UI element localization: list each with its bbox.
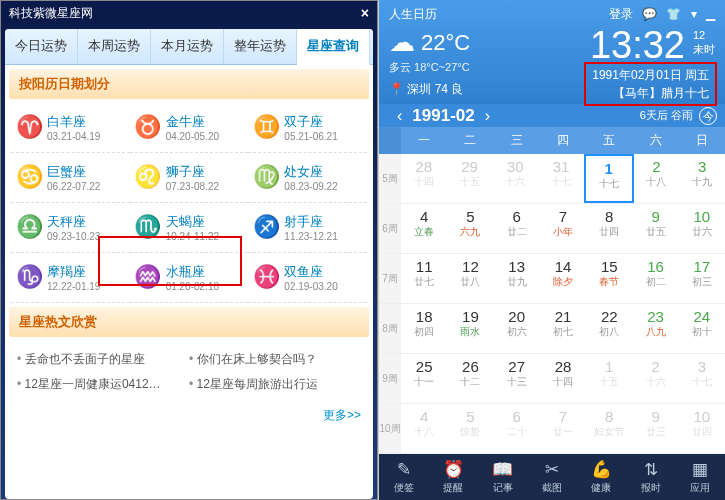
shirt-icon[interactable]: 👕 (666, 7, 681, 21)
calendar-day[interactable]: 13廿九 (494, 254, 540, 303)
zodiac-icon: ♊ (252, 114, 280, 142)
calendar-day[interactable]: 10廿六 (679, 204, 725, 253)
calendar-day[interactable]: 10廿四 (679, 404, 725, 453)
toolbar-截图[interactable]: ✂截图 (527, 454, 576, 500)
more-link[interactable]: 更多>> (5, 403, 373, 428)
calendar-day[interactable]: 4立春 (401, 204, 447, 253)
zodiac-11[interactable]: ♓双鱼座02.19-03.20 (248, 253, 367, 303)
zodiac-10[interactable]: ♒水瓶座01.20-02.18 (130, 253, 249, 303)
zodiac-1[interactable]: ♉金牛座04.20-05.20 (130, 103, 249, 153)
zodiac-4[interactable]: ♌狮子座07.23-08.22 (130, 153, 249, 203)
weather-icon: ☁ (389, 27, 415, 58)
calendar-day[interactable]: 28十四 (401, 154, 447, 203)
calendar-day[interactable]: 15春节 (586, 254, 632, 303)
calendar-day[interactable]: 20初六 (494, 304, 540, 353)
calendar-day[interactable]: 11廿七 (401, 254, 447, 303)
week-label: 5周 (379, 154, 401, 203)
minimize-icon[interactable]: ▁ (706, 7, 715, 21)
menu-icon[interactable]: ▾ (691, 7, 697, 21)
article-list: 丢命也不丢面子的星座你们在床上够契合吗？12星座一周健康运0412…12星座每周… (5, 341, 373, 403)
calendar-panel: 人生日历 登录 💬 👕 ▾ ▁ ☁ 22°C 多云 18°C~27°C 📍 深圳… (378, 0, 725, 500)
calendar-day[interactable]: 3十七 (679, 354, 725, 403)
zodiac-2[interactable]: ♊双子座05.21-06.21 (248, 103, 367, 153)
week-label: 10周 (379, 404, 401, 453)
tab-1[interactable]: 本周运势 (78, 29, 151, 64)
calendar-day[interactable]: 14除夕 (540, 254, 586, 303)
calendar-day[interactable]: 22初八 (586, 304, 632, 353)
zodiac-7[interactable]: ♏天蝎座10.24-11.22 (130, 203, 249, 253)
zodiac-grid: ♈白羊座03.21-04.19♉金牛座04.20-05.20♊双子座05.21-… (5, 103, 373, 303)
current-month[interactable]: 1991-02 (412, 106, 474, 126)
panel-titlebar: 科技紫微星座网 × (1, 1, 377, 25)
panel-title: 科技紫微星座网 (9, 5, 93, 22)
login-link[interactable]: 登录 (609, 7, 633, 21)
dow: 四 (540, 127, 586, 154)
calendar-day[interactable]: 1十七 (584, 154, 634, 203)
tab-0[interactable]: 今日运势 (5, 29, 78, 64)
week-label: 7周 (379, 254, 401, 303)
toolbar-应用[interactable]: ▦应用 (676, 454, 725, 500)
solar-term-note: 6天后 谷雨 (640, 108, 693, 123)
zodiac-5[interactable]: ♍处女座08.23-09.22 (248, 153, 367, 203)
calendar-day[interactable]: 21初七 (540, 304, 586, 353)
zodiac-panel: 科技紫微星座网 × 今日运势本周运势本月运势整年运势星座查询 按阳历日期划分 ♈… (0, 0, 378, 500)
calendar-day[interactable]: 6二十 (494, 404, 540, 453)
close-icon[interactable]: × (361, 5, 369, 21)
article-link[interactable]: 你们在床上够契合吗？ (189, 351, 361, 368)
calendar-day[interactable]: 26十二 (447, 354, 493, 403)
calendar-day[interactable]: 7廿一 (540, 404, 586, 453)
toolbar-记事[interactable]: 📖记事 (478, 454, 527, 500)
toolbar-健康[interactable]: 💪健康 (577, 454, 626, 500)
calendar-day[interactable]: 28十四 (540, 354, 586, 403)
calendar-day[interactable]: 6廿二 (494, 204, 540, 253)
calendar-day[interactable]: 5惊蛰 (447, 404, 493, 453)
next-month[interactable]: › (475, 107, 500, 125)
article-link[interactable]: 12星座每周旅游出行运 (189, 376, 361, 393)
zodiac-8[interactable]: ♐射手座11.23-12.21 (248, 203, 367, 253)
calendar-day[interactable]: 4十八 (401, 404, 447, 453)
zodiac-0[interactable]: ♈白羊座03.21-04.19 (11, 103, 130, 153)
tab-2[interactable]: 本月运势 (151, 29, 224, 64)
zodiac-9[interactable]: ♑摩羯座12.22-01.19 (11, 253, 130, 303)
calendar-day[interactable]: 30十六 (492, 154, 538, 203)
calendar-day[interactable]: 7小年 (540, 204, 586, 253)
tab-3[interactable]: 整年运势 (224, 29, 297, 64)
calendar-day[interactable]: 17初三 (679, 254, 725, 303)
prev-month[interactable]: ‹ (387, 107, 412, 125)
week-label: 8周 (379, 304, 401, 353)
calendar-day[interactable]: 8妇女节 (586, 404, 632, 453)
zodiac-3[interactable]: ♋巨蟹座06.22-07.22 (11, 153, 130, 203)
zodiac-icon: ♐ (252, 214, 280, 242)
calendar-day[interactable]: 9廿五 (632, 204, 678, 253)
tab-4[interactable]: 星座查询 (297, 29, 370, 65)
calendar-day[interactable]: 5六九 (447, 204, 493, 253)
location[interactable]: 深圳 74 良 (407, 82, 463, 96)
calendar-day[interactable]: 9廿三 (632, 404, 678, 453)
calendar-day[interactable]: 29十五 (447, 154, 493, 203)
chat-icon[interactable]: 💬 (642, 7, 657, 21)
calendar-day[interactable]: 18初四 (401, 304, 447, 353)
toolbar-便签[interactable]: ✎便签 (379, 454, 428, 500)
month-nav: ‹ 1991-02 › 6天后 谷雨 今 (379, 104, 725, 127)
calendar-day[interactable]: 31十七 (538, 154, 584, 203)
calendar-day[interactable]: 2十八 (634, 154, 680, 203)
calendar-day[interactable]: 3十九 (679, 154, 725, 203)
calendar-day[interactable]: 12廿八 (447, 254, 493, 303)
article-link[interactable]: 丢命也不丢面子的星座 (17, 351, 189, 368)
article-link[interactable]: 12星座一周健康运0412… (17, 376, 189, 393)
calendar-day[interactable]: 19雨水 (447, 304, 493, 353)
toolbar-提醒[interactable]: ⏰提醒 (428, 454, 477, 500)
today-button[interactable]: 今 (699, 107, 717, 125)
calendar-day[interactable]: 23八九 (632, 304, 678, 353)
calendar-day[interactable]: 16初二 (632, 254, 678, 303)
calendar-day[interactable]: 8廿四 (586, 204, 632, 253)
toolbar-报时[interactable]: ⇅报时 (626, 454, 675, 500)
calendar-day[interactable]: 2十六 (632, 354, 678, 403)
calendar-day[interactable]: 27十三 (494, 354, 540, 403)
calendar-day[interactable]: 1十五 (586, 354, 632, 403)
calendar-day[interactable]: 24初十 (679, 304, 725, 353)
calendar-day[interactable]: 25十一 (401, 354, 447, 403)
zodiac-6[interactable]: ♎天秤座09.23-10.23 (11, 203, 130, 253)
zodiac-icon: ♎ (15, 214, 43, 242)
calendar-grid: 5周28十四29十五30十六31十七1十七2十八3十九6周4立春5六九6廿二7小… (379, 154, 725, 454)
